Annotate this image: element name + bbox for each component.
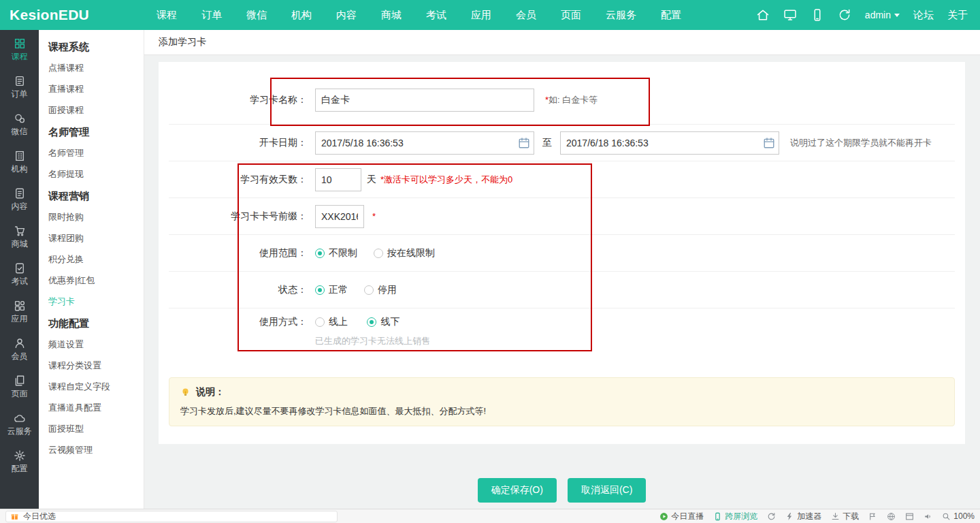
home-icon[interactable]	[756, 8, 770, 22]
sidebar-item-custom-fields[interactable]: 课程自定义字段	[48, 381, 144, 393]
top-navigation: 课程 订单 微信 机构 内容 商城 考试 应用 会员 页面 云服务 配置	[144, 0, 693, 30]
rail-pages[interactable]: 页面	[0, 367, 39, 405]
date-label: 开卡日期：	[169, 137, 315, 149]
prefix-required-star: *	[372, 211, 376, 221]
nav-content[interactable]: 内容	[324, 0, 369, 30]
mode-option-offline[interactable]: 线下	[367, 316, 399, 328]
rail-mall[interactable]: 商城	[0, 217, 39, 255]
refresh-icon[interactable]	[838, 8, 851, 22]
sidebar-item-channel-settings[interactable]: 频道设置	[48, 338, 144, 351]
gift-icon	[10, 512, 19, 521]
rail-wechat[interactable]: 微信	[0, 105, 39, 142]
monitor-icon[interactable]	[783, 8, 797, 22]
nav-organization[interactable]: 机构	[279, 0, 324, 30]
forum-link[interactable]: 论坛	[913, 9, 934, 22]
nav-wechat[interactable]: 微信	[234, 0, 279, 30]
scope-option-online-limit[interactable]: 按在线限制	[374, 247, 435, 259]
scope-option-unlimited[interactable]: 不限制	[315, 247, 357, 259]
download-icon	[831, 512, 840, 521]
app-logo: KesionEDU	[0, 7, 144, 23]
logo-kesion: Kesion	[10, 7, 59, 22]
nav-members[interactable]: 会员	[504, 0, 549, 30]
rail-members[interactable]: 会员	[0, 330, 39, 367]
nav-orders[interactable]: 订单	[189, 0, 234, 30]
sidebar-item-cloud-video[interactable]: 云视频管理	[48, 444, 144, 456]
sidebar-item-flash-sale[interactable]: 限时抢购	[48, 211, 144, 223]
prefix-label: 学习卡卡号前缀：	[169, 210, 315, 223]
rail-apps[interactable]: 应用	[0, 292, 39, 330]
radio-checked-icon[interactable]	[367, 317, 376, 327]
save-button[interactable]: 确定保存(O)	[478, 478, 557, 503]
cancel-button[interactable]: 取消返回(C)	[568, 478, 646, 503]
sidebar-item-teacher-withdraw[interactable]: 名师提现	[48, 168, 144, 180]
rail-config[interactable]: 配置	[0, 442, 39, 479]
radio-unchecked-icon[interactable]	[364, 285, 374, 295]
radio-checked-icon[interactable]	[315, 285, 325, 295]
sidebar-item-course-categories[interactable]: 课程分类设置	[48, 360, 144, 372]
rail-cloud[interactable]: 云服务	[0, 405, 39, 442]
nav-cloud[interactable]: 云服务	[593, 0, 649, 30]
mode-option-online[interactable]: 线上	[315, 316, 348, 328]
end-date-input[interactable]	[560, 131, 779, 155]
settings-icon	[14, 449, 26, 462]
sidebar-item-live-props[interactable]: 直播道具配置	[48, 402, 144, 414]
sidebar-item-points-exchange[interactable]: 积分兑换	[48, 253, 144, 266]
apps-icon	[14, 300, 26, 312]
name-label: 学习卡名称：	[169, 94, 315, 106]
study-card-name-input[interactable]	[315, 89, 534, 112]
flag-icon[interactable]	[868, 512, 877, 521]
radio-unchecked-icon[interactable]	[315, 317, 325, 327]
sidebar-item-group-buy[interactable]: 课程团购	[48, 232, 144, 244]
sidebar-item-vod-courses[interactable]: 点播课程	[48, 62, 144, 74]
globe-icon[interactable]	[887, 512, 896, 521]
window-layout-icon[interactable]	[905, 512, 914, 521]
admin-menu[interactable]: admin	[865, 10, 900, 20]
about-link[interactable]: 关于	[947, 9, 968, 22]
rail-exam[interactable]: 考试	[0, 255, 39, 292]
speaker-icon[interactable]	[924, 512, 932, 521]
chevron-down-icon	[894, 14, 900, 17]
rail-organization[interactable]: 机构	[0, 142, 39, 180]
card-prefix-input[interactable]	[315, 205, 364, 228]
sidebar-item-live-courses[interactable]: 直播课程	[48, 83, 144, 95]
form-row-mode: 使用方式： 线上 线下 已生成的学习卡无法线上销售	[169, 308, 955, 351]
nav-pages[interactable]: 页面	[549, 0, 593, 30]
todays-picks-bar[interactable]: 今日优选	[5, 511, 338, 522]
sidebar-item-teacher-management[interactable]: 名师管理	[48, 147, 144, 159]
notice-title: 说明：	[196, 386, 225, 398]
calendar-icon[interactable]	[518, 137, 530, 149]
mobile-icon[interactable]	[811, 8, 824, 22]
rail-courses[interactable]: 课程	[0, 30, 39, 67]
nav-apps[interactable]: 应用	[459, 0, 504, 30]
circular-arrows-icon[interactable]	[767, 512, 776, 521]
valid-days-label: 学习有效天数：	[169, 174, 315, 186]
rail-orders[interactable]: 订单	[0, 67, 39, 105]
download-button[interactable]: 下载	[831, 511, 859, 522]
sidebar-item-study-card[interactable]: 学习卡	[48, 296, 144, 308]
radio-checked-icon[interactable]	[315, 249, 325, 258]
sidebar-item-offline-courses[interactable]: 面授课程	[48, 104, 144, 116]
sidebar-item-coupons[interactable]: 优惠券|红包	[48, 274, 144, 287]
valid-days-input[interactable]	[315, 168, 361, 191]
sidebar-item-offline-class-type[interactable]: 面授班型	[48, 423, 144, 435]
accelerator-button[interactable]: 加速器	[785, 511, 821, 522]
scope-label: 使用范围：	[169, 247, 315, 259]
rail-content[interactable]: 内容	[0, 180, 39, 217]
nav-mall[interactable]: 商城	[369, 0, 414, 30]
today-live-button[interactable]: 今日直播	[659, 511, 704, 522]
nav-courses[interactable]: 课程	[144, 0, 189, 30]
nav-exam[interactable]: 考试	[414, 0, 459, 30]
start-date-input[interactable]	[315, 131, 534, 155]
mode-note: 已生成的学习卡无法线上销售	[315, 335, 430, 347]
cross-screen-button[interactable]: 跨屏浏览	[713, 511, 757, 522]
radio-unchecked-icon[interactable]	[374, 249, 383, 258]
form-actions: 确定保存(O) 取消返回(C)	[159, 478, 965, 503]
calendar-icon[interactable]	[763, 137, 775, 149]
members-icon	[14, 337, 26, 349]
status-option-disabled[interactable]: 停用	[364, 284, 397, 296]
zoom-control[interactable]: 100%	[942, 511, 975, 521]
nav-config[interactable]: 配置	[649, 0, 693, 30]
sidebar-group-course-marketing: 课程营销	[48, 190, 144, 203]
sidebar-group-teacher-management: 名师管理	[48, 126, 144, 139]
status-option-normal[interactable]: 正常	[315, 284, 348, 296]
